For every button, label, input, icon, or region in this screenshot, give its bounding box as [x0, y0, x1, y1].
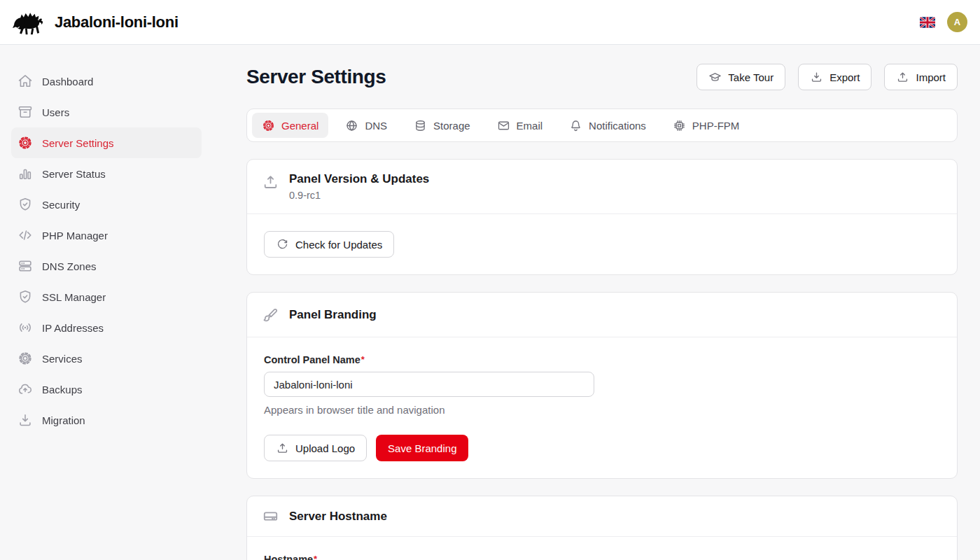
card-title: Panel Version & Updates	[289, 172, 429, 186]
sidebar-item-dns-zones[interactable]: DNS Zones	[11, 251, 202, 281]
sidebar-item-dashboard[interactable]: Dashboard	[11, 66, 202, 97]
top-header: Jabaloni-loni-loni A	[0, 0, 980, 45]
language-uk-flag-icon[interactable]	[920, 17, 935, 28]
tab-label: Storage	[433, 120, 470, 132]
sidebar-item-label: Users	[42, 106, 69, 118]
required-asterisk: *	[314, 554, 317, 560]
check-updates-label: Check for Updates	[295, 239, 382, 251]
export-button[interactable]: Export	[798, 64, 872, 90]
upload-tray-icon	[276, 442, 289, 455]
refresh-icon	[276, 238, 289, 251]
tab-label: General	[281, 120, 318, 132]
sidebar: Dashboard Users Server Settings Server S…	[0, 45, 213, 560]
export-label: Export	[830, 71, 860, 83]
tab-label: Email	[517, 120, 543, 132]
page-title: Server Settings	[246, 66, 386, 88]
tab-storage[interactable]: Storage	[404, 113, 480, 138]
sidebar-item-security[interactable]: Security	[11, 189, 202, 220]
panel-branding-card: Panel Branding Control Panel Name* Appea…	[246, 292, 958, 479]
sidebar-item-label: IP Addresses	[42, 322, 104, 334]
settings-tabs: General DNS Storage Email Notifications	[246, 108, 958, 142]
panel-version-value: 0.9-rc1	[289, 190, 429, 201]
sidebar-item-label: Server Settings	[42, 137, 114, 149]
shield-check-icon	[18, 197, 33, 212]
sidebar-item-server-settings[interactable]: Server Settings	[11, 127, 202, 158]
sidebar-item-backups[interactable]: Backups	[11, 374, 202, 405]
gear-icon	[18, 135, 33, 150]
signal-icon	[18, 320, 33, 335]
take-tour-label: Take Tour	[728, 71, 774, 83]
download-tray-icon	[810, 71, 823, 84]
tab-label: Notifications	[589, 120, 646, 132]
upload-logo-label: Upload Logo	[295, 442, 355, 454]
sidebar-item-ip-addresses[interactable]: IP Addresses	[11, 312, 202, 343]
boar-logo-icon	[13, 9, 45, 36]
home-icon	[18, 74, 33, 89]
code-icon	[18, 227, 33, 243]
bell-icon	[569, 119, 582, 132]
gear-icon	[18, 351, 33, 366]
server-stack-icon	[18, 258, 33, 274]
main-content: Server Settings Take Tour Export Import	[246, 45, 958, 560]
sidebar-item-label: Services	[42, 353, 83, 365]
tab-php-fpm[interactable]: PHP-FPM	[663, 113, 750, 138]
sidebar-item-label: Security	[42, 199, 80, 211]
required-asterisk: *	[361, 354, 365, 365]
control-panel-name-input[interactable]	[264, 372, 594, 397]
panel-version-card: Panel Version & Updates 0.9-rc1 Check fo…	[246, 159, 958, 275]
sidebar-item-services[interactable]: Services	[11, 343, 202, 374]
tab-notifications[interactable]: Notifications	[559, 113, 656, 138]
cloud-upload-icon	[18, 382, 33, 397]
sidebar-item-users[interactable]: Users	[11, 97, 202, 127]
hard-drive-icon	[262, 507, 279, 525]
paintbrush-icon	[262, 307, 279, 324]
take-tour-button[interactable]: Take Tour	[696, 64, 785, 90]
hostname-label: Hostname*	[264, 554, 940, 560]
tab-label: PHP-FPM	[692, 120, 740, 132]
bar-chart-icon	[18, 166, 33, 181]
sidebar-item-label: DNS Zones	[42, 260, 97, 272]
envelope-icon	[497, 119, 510, 132]
card-title: Panel Branding	[289, 308, 377, 322]
graduation-cap-icon	[708, 71, 722, 84]
tab-general[interactable]: General	[252, 113, 328, 138]
save-branding-button[interactable]: Save Branding	[376, 435, 468, 461]
upload-tray-icon	[896, 71, 909, 84]
server-hostname-card: Server Hostname Hostname*	[246, 496, 958, 560]
download-icon	[18, 412, 33, 428]
sidebar-item-label: Server Status	[42, 168, 106, 180]
upload-logo-button[interactable]: Upload Logo	[264, 435, 367, 461]
import-label: Import	[916, 71, 946, 83]
sidebar-item-ssl-manager[interactable]: SSL Manager	[11, 281, 202, 312]
check-updates-button[interactable]: Check for Updates	[264, 231, 394, 258]
tab-label: DNS	[365, 120, 387, 132]
sidebar-item-migration[interactable]: Migration	[11, 405, 202, 435]
sidebar-item-label: PHP Manager	[42, 230, 108, 241]
sidebar-item-label: Migration	[42, 414, 85, 426]
brand[interactable]: Jabaloni-loni-loni	[13, 9, 178, 36]
control-panel-name-label: Control Panel Name*	[264, 354, 940, 365]
globe-icon	[345, 119, 358, 132]
cpu-chip-icon	[673, 119, 686, 132]
database-icon	[414, 119, 427, 132]
sidebar-item-server-status[interactable]: Server Status	[11, 158, 202, 189]
brand-title: Jabaloni-loni-loni	[55, 13, 178, 31]
shield-check-icon	[18, 289, 33, 304]
sidebar-item-php-manager[interactable]: PHP Manager	[11, 220, 202, 251]
user-avatar[interactable]: A	[947, 12, 967, 32]
archive-box-icon	[18, 104, 33, 120]
sidebar-item-label: SSL Manager	[42, 291, 106, 303]
card-title: Server Hostname	[289, 510, 387, 524]
tab-email[interactable]: Email	[487, 113, 553, 138]
import-button[interactable]: Import	[884, 64, 958, 90]
save-branding-label: Save Branding	[388, 442, 456, 454]
control-panel-name-help: Appears in browser title and navigation	[264, 404, 940, 416]
upload-tray-icon	[262, 174, 279, 191]
gear-icon	[262, 119, 275, 132]
tab-dns[interactable]: DNS	[335, 113, 397, 138]
sidebar-item-label: Dashboard	[42, 76, 93, 88]
sidebar-item-label: Backups	[42, 384, 83, 396]
